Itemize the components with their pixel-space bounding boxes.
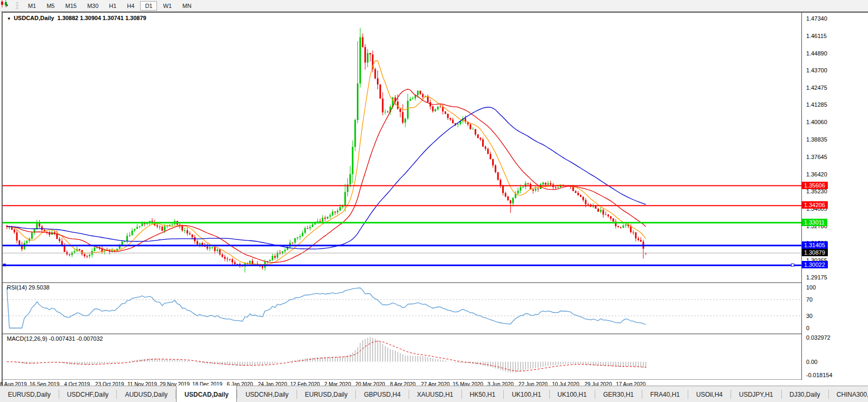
tab-hk50-h1[interactable]: HK50,H1 (462, 386, 504, 402)
macd-panel[interactable]: MACD(12,26,9) -0.007431 -0.007032 (3, 334, 868, 380)
macd-axis-tick: 0.00 (806, 359, 817, 365)
timeframe-d1[interactable]: D1 (140, 1, 157, 11)
price-line-label: 1.33011 (802, 219, 827, 226)
tab-eurusd-daily[interactable]: EURUSD,Daily (0, 386, 59, 402)
macd-axis-tick: -0.018154 (806, 372, 833, 378)
price-tick: 1.42475 (806, 85, 827, 91)
tab-eurusd-daily[interactable]: EURUSD,Daily (297, 386, 356, 402)
tab-usoil-h4[interactable]: USOil,H4 (688, 386, 731, 402)
tab-usdcnh-daily[interactable]: USDCNH,Daily (237, 386, 296, 402)
macd-chart[interactable] (3, 334, 801, 379)
tab-dj30-daily[interactable]: DJ30,Daily (782, 386, 828, 402)
chart-window: ▼USDCAD,Daily 1.30882 1.30904 1.30741 1.… (2, 12, 868, 387)
rsi-axis-tick: 30 (806, 313, 812, 319)
chart-candles-tool-icon[interactable]: ▼ (1, 3, 11, 8)
rsi-chart[interactable] (3, 283, 801, 333)
tab-usdchf-daily[interactable]: USDCHF,Daily (59, 386, 117, 402)
timeframe-m1[interactable]: M1 (23, 1, 41, 11)
price-tick: 1.41285 (806, 101, 827, 108)
timeframe-mn[interactable]: MN (178, 1, 196, 11)
macd-label: MACD(12,26,9) -0.007431 -0.007032 (7, 335, 103, 342)
price-tick: 1.37645 (806, 154, 827, 160)
price-tick: 1.36420 (806, 171, 827, 177)
macd-axis-tick: 0.032972 (806, 334, 830, 341)
chart-symbol-label: USDCAD,Daily (14, 15, 54, 21)
timeframe-h1[interactable]: H1 (104, 1, 121, 11)
rsi-axis-tick: 0 (806, 325, 809, 331)
timeframe-m15[interactable]: M15 (60, 1, 81, 11)
price-line-label: 1.34206 (802, 201, 828, 209)
current-price-label: 1.30879 (802, 249, 828, 256)
price-tick: 1.46115 (806, 33, 827, 39)
top-toolbar: ▼ M1M5M15M30H1H4D1W1MN (0, 0, 868, 12)
chart-tab-bar: EURUSD,DailyUSDCHF,DailyAUDUSD,DailyUSDC… (0, 386, 868, 402)
price-tick: 1.47340 (806, 15, 827, 22)
price-tick: 1.43700 (806, 67, 827, 73)
chevron-down-icon: ▼ (7, 16, 11, 21)
tab-fra40-h1[interactable]: FRA40,H1 (642, 386, 688, 402)
timeframe-h4[interactable]: H4 (122, 1, 139, 11)
timeframe-m30[interactable]: M30 (82, 1, 103, 11)
tab-gbpusd-h4[interactable]: GBPUSD,H4 (356, 386, 408, 402)
tab-china300-h1[interactable]: CHINA300,H1 (829, 386, 868, 402)
rsi-panel[interactable]: RSI(14) 29.5038 (3, 283, 868, 334)
chart-ohlc-label: 1.30882 1.30904 1.30741 1.30879 (57, 15, 146, 21)
tab-audusd-daily[interactable]: AUDUSD,Daily (117, 386, 176, 402)
price-line-label: 1.35606 (802, 182, 828, 189)
price-tick: 1.29175 (806, 274, 827, 281)
tab-ger30-h1[interactable]: GER30,H1 (595, 386, 642, 402)
rsi-axis-tick: 70 (806, 296, 812, 303)
price-axis[interactable]: 1.473401.461151.448901.437001.424751.412… (801, 13, 868, 380)
price-panel[interactable]: ▼USDCAD,Daily 1.30882 1.30904 1.30741 1.… (3, 13, 868, 283)
price-line-label: 1.31405 (802, 241, 828, 249)
tab-usdcad-daily[interactable]: USDCAD,Daily (176, 386, 237, 402)
tab-uk100-h1[interactable]: UK100,H1 (504, 386, 549, 402)
tab-usdjpy-h1[interactable]: USDJPY,H1 (731, 386, 781, 402)
price-tick: 1.38835 (806, 136, 827, 143)
timeframe-w1[interactable]: W1 (158, 1, 177, 11)
price-line-label: 1.30022 (802, 261, 828, 268)
chart-tabs: EURUSD,DailyUSDCHF,DailyAUDUSD,DailyUSDC… (0, 386, 868, 402)
rsi-axis-tick: 100 (806, 284, 816, 291)
chart-title: ▼USDCAD,Daily 1.30882 1.30904 1.30741 1.… (7, 15, 146, 21)
rsi-label: RSI(14) 29.5038 (7, 284, 50, 291)
tab-uk100-h1[interactable]: UK100,H1 (550, 386, 595, 402)
toolbar-drag-handle[interactable] (16, 2, 19, 10)
timeframe-buttons: M1M5M15M30H1H4D1W1MN (23, 1, 197, 11)
candlestick-chart[interactable] (3, 13, 801, 281)
price-tick: 1.44890 (806, 50, 827, 57)
tab-xauusd-h1[interactable]: XAUUSD,H1 (409, 386, 461, 402)
timeframe-m5[interactable]: M5 (42, 1, 59, 11)
price-tick: 1.40060 (806, 119, 827, 125)
